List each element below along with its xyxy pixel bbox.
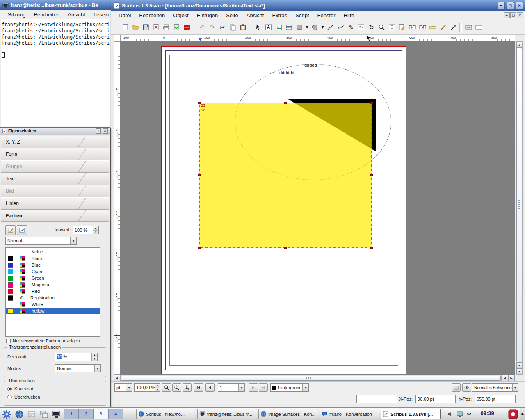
display-tray-icon[interactable] [456,410,464,418]
overprint-radio-row[interactable]: Überdrucken [7,395,40,399]
cut-button[interactable]: ✂ [217,22,228,32]
palette-close-button[interactable]: ✕ [103,128,108,134]
menu-bearbeiten[interactable]: Bearbeiten [135,11,169,20]
menu-einfuegen[interactable]: Einfügen [193,11,222,20]
tab-gruppe[interactable]: Gruppe [1,160,109,173]
show-used-colors-checkbox[interactable] [6,339,11,343]
insert-render-frame-button[interactable]: Tex [356,22,366,32]
task-scribus-active[interactable]: Scribus-1.3.5svn [... [381,409,441,419]
copy-item-properties-button[interactable] [438,22,448,32]
save-document-button[interactable] [141,22,151,32]
shape-options-button[interactable]: ▼ [304,22,310,32]
color-row-blue[interactable]: Blue [6,262,100,268]
mdi-minimize-button[interactable]: − [504,12,510,18]
insert-table-button[interactable] [284,22,294,32]
ruler-origin-box[interactable] [114,35,120,41]
color-row-green[interactable]: Green [6,275,100,281]
new-document-button[interactable] [120,22,130,32]
gradient-type-combo[interactable]: Normal▼ [5,237,77,245]
zoom-100-button[interactable] [172,383,181,392]
close-button[interactable]: ✕ [516,2,523,9]
task-konqueror-scribus[interactable]: Scribus - file:///ho... [136,409,196,419]
polygon-options-button[interactable]: ▼ [320,22,325,32]
color-row-cyan[interactable]: Cyan [6,268,100,275]
rotate-item-button[interactable]: ↻ [366,22,377,32]
overprint-radio[interactable] [7,395,12,399]
task-terminal[interactable]: franz@hetis:...ibus-tr... [197,409,257,419]
chevron-down-icon[interactable]: ▼ [302,384,308,391]
tab-text[interactable]: Text [1,173,109,185]
scroll-down-button[interactable]: ▼ [516,368,522,374]
spin-down-icon[interactable]: ▼ [155,388,160,392]
chevron-down-icon[interactable]: ▼ [512,384,518,391]
vertical-scroll-thumb[interactable] [516,48,522,361]
page-number-combo[interactable]: 1▼ [218,383,245,392]
insert-image-frame-button[interactable] [274,22,284,32]
windows-launcher[interactable] [39,409,49,420]
home-launcher[interactable] [26,409,37,420]
scribus-titlebar[interactable]: Scribus 1.3.5svn - [/home/franz/Document… [111,0,525,11]
insert-text-frame-button[interactable]: A [263,22,274,32]
color-row-keine[interactable]: Keine [6,249,100,255]
record-tray-icon[interactable] [508,409,518,420]
spin-up-icon[interactable]: ▲ [155,384,160,388]
pager-desktop-1[interactable]: 1 [64,409,79,419]
tab-linien[interactable]: Linien [1,197,109,210]
panel-hide-button[interactable]: ▶ [520,408,525,420]
shade-button[interactable]: ▫ [96,128,101,134]
insert-bezier-button[interactable] [336,22,346,32]
next-page-button[interactable] [249,383,258,392]
pdf-push-button-tool[interactable]: OK [463,22,474,32]
tab-bild[interactable]: Bild [1,185,109,197]
selection-handle-s[interactable] [284,247,287,249]
horizontal-ruler[interactable]: -100 0 100 200 300 400 500 600 700 800 [120,35,515,41]
edit-line-color-button[interactable] [5,225,16,235]
browser-launcher[interactable] [14,409,25,420]
menu-bearbeiten[interactable]: Bearbeiten [30,10,64,19]
open-document-button[interactable] [130,22,141,32]
tab-farben[interactable]: Farben [1,210,109,222]
menu-ansicht[interactable]: Ansicht [242,11,268,20]
selection-handle-ne[interactable] [370,102,373,104]
color-management-button[interactable] [462,383,471,392]
mdi-restore-button[interactable]: ◻ [510,12,516,18]
layer-combo[interactable]: Hintergrund▼ [270,383,309,392]
pager-desktop-2[interactable]: 2 [79,409,94,419]
knockout-radio[interactable] [7,387,12,391]
export-pdf-button[interactable]: PDF [182,22,192,32]
menu-sitzung[interactable]: Sitzung [4,10,30,19]
maximize-button[interactable]: ◻ [507,2,514,9]
spin-up-icon[interactable]: ▲ [93,226,98,231]
unlink-text-frames-button[interactable] [418,22,428,32]
horizontal-scroll-thumb[interactable] [121,376,501,381]
horizontal-scrollbar[interactable] [120,375,502,381]
scroll-up-button-2[interactable]: ▲ [516,362,522,368]
opacity-spinbox[interactable]: 70 %▲▼ [55,353,98,361]
close-document-button[interactable] [151,22,161,32]
zoom-spinbox[interactable]: 100,00 %▲▼ [134,383,160,392]
menu-hilfe[interactable]: Hilfe [340,11,358,20]
scroll-left-button[interactable]: ◀ [114,375,120,381]
edit-fill-color-button[interactable] [17,225,27,235]
vertical-scrollbar[interactable]: ▲ ▲ ▼ [516,41,523,375]
print-document-button[interactable] [161,22,171,32]
scroll-up-button[interactable]: ▲ [516,42,522,48]
blend-mode-combo[interactable]: Normal▼ [55,364,101,372]
scroll-right-button[interactable]: ▶ [508,375,515,381]
zoom-out-button[interactable] [162,383,171,392]
pager-desktop-3[interactable]: 3 [94,409,108,419]
k-menu-button[interactable] [1,409,12,420]
yellow-text-frame[interactable] [199,103,372,248]
measurements-button[interactable] [428,22,438,32]
color-row-black[interactable]: Black [6,255,100,262]
menu-ansicht[interactable]: Ansicht [64,10,89,19]
chevron-down-icon[interactable]: ▼ [70,237,76,244]
scroll-left-button-2[interactable]: ◀ [502,375,508,381]
tonwert-spinbox[interactable]: 100 %▲▼ [73,226,99,234]
selection-handle-w[interactable] [198,174,201,176]
terminal-launcher[interactable] [51,409,62,420]
color-row-white[interactable]: White [6,301,100,308]
menu-script[interactable]: Script [291,11,313,20]
tab-xyz[interactable]: X, Y, Z [1,136,109,148]
terminal-output[interactable]: franz@hetis:~/Entwicklung/Scribus/scribu… [1,19,110,127]
